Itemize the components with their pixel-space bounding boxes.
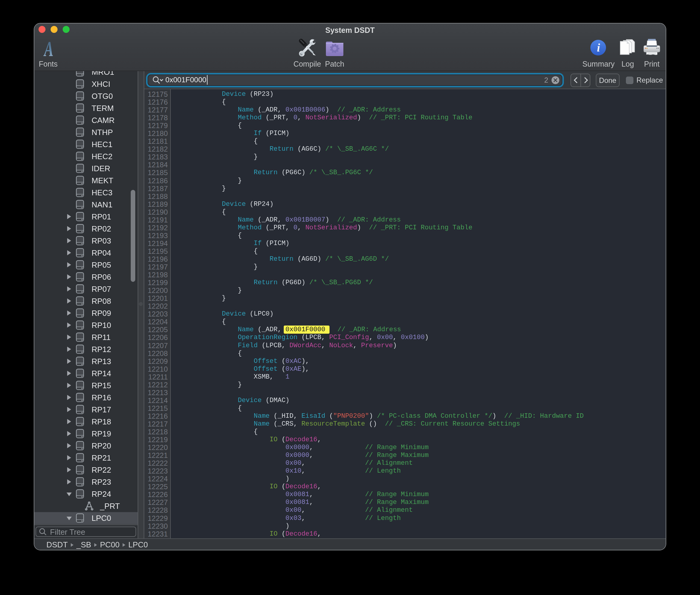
svg-text:A: A: [43, 40, 54, 59]
svg-text:i: i: [597, 41, 600, 54]
